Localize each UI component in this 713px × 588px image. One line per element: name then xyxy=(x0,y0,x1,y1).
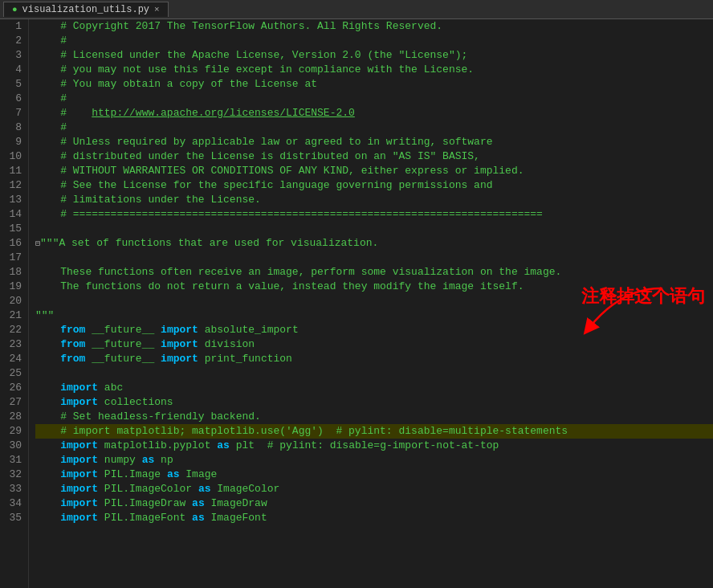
code-line: # Copyright 2017 The TensorFlow Authors.… xyxy=(35,19,713,34)
tab-icon: ● xyxy=(12,5,18,14)
line-number: 9 xyxy=(6,135,22,149)
line-number: 31 xyxy=(6,453,22,468)
line-number: 2 xyxy=(6,34,22,48)
title-bar: ● visualization_utils.py × xyxy=(0,0,713,19)
code-line: # http://www.apache.org/licenses/LICENSE… xyxy=(35,106,713,120)
code-line: # xyxy=(35,92,713,106)
code-line: ⊟"""A set of functions that are used for… xyxy=(35,236,713,251)
code-line: # WITHOUT WARRANTIES OR CONDITIONS OF AN… xyxy=(35,164,713,178)
line-number: 19 xyxy=(6,280,22,294)
line-number: 32 xyxy=(6,468,22,482)
line-number: 1 xyxy=(6,19,22,34)
line-number: 20 xyxy=(6,294,22,308)
code-line: from __future__ import division xyxy=(35,337,713,352)
line-number: 29 xyxy=(6,424,22,439)
line-number: 13 xyxy=(6,193,22,207)
line-number: 3 xyxy=(6,48,22,63)
code-line: # import matplotlib; matplotlib.use('Agg… xyxy=(35,424,713,439)
line-number: 5 xyxy=(6,77,22,92)
code-line: import PIL.Image as Image xyxy=(35,468,713,482)
code-line: import PIL.ImageColor as ImageColor xyxy=(35,482,713,496)
line-number: 33 xyxy=(6,482,22,496)
code-line: import matplotlib.pyplot as plt # pylint… xyxy=(35,439,713,453)
code-line xyxy=(35,222,713,236)
code-line: import abc xyxy=(35,381,713,395)
line-number: 14 xyxy=(6,207,22,222)
code-line: # Set headless-friendly backend. xyxy=(35,410,713,424)
code-line: # you may not use this file except in co… xyxy=(35,63,713,77)
code-line xyxy=(35,251,713,265)
code-line: # xyxy=(35,34,713,48)
line-number: 6 xyxy=(6,92,22,106)
code-line: # Licensed under the Apache License, Ver… xyxy=(35,48,713,63)
code-line: # See the License for the specific langu… xyxy=(35,178,713,193)
code-line: # xyxy=(35,120,713,135)
line-number: 27 xyxy=(6,395,22,410)
code-content[interactable]: # Copyright 2017 The TensorFlow Authors.… xyxy=(29,19,713,588)
line-number: 35 xyxy=(6,511,22,525)
code-line: import collections xyxy=(35,395,713,410)
line-number: 22 xyxy=(6,323,22,337)
code-line: import PIL.ImageFont as ImageFont xyxy=(35,511,713,525)
line-number: 10 xyxy=(6,149,22,164)
code-line: from __future__ import absolute_import xyxy=(35,323,713,337)
line-number: 25 xyxy=(6,366,22,381)
line-number: 4 xyxy=(6,63,22,77)
code-line: # limitations under the License. xyxy=(35,193,713,207)
code-line: # distributed under the License is distr… xyxy=(35,149,713,164)
line-number: 21 xyxy=(6,308,22,323)
line-number: 12 xyxy=(6,178,22,193)
line-number: 15 xyxy=(6,222,22,236)
code-line: from __future__ import print_function xyxy=(35,352,713,366)
editor-area: 1234567891011121314151617181920212223242… xyxy=(0,19,713,588)
code-line: # You may obtain a copy of the License a… xyxy=(35,77,713,92)
code-line: import PIL.ImageDraw as ImageDraw xyxy=(35,496,713,511)
line-number: 8 xyxy=(6,120,22,135)
line-number: 30 xyxy=(6,439,22,453)
line-numbers: 1234567891011121314151617181920212223242… xyxy=(0,19,29,588)
line-number: 34 xyxy=(6,496,22,511)
code-line xyxy=(35,366,713,381)
code-line: # ======================================… xyxy=(35,207,713,222)
close-icon[interactable]: × xyxy=(154,5,160,14)
line-number: 26 xyxy=(6,381,22,395)
tab-filename: visualization_utils.py xyxy=(22,4,149,15)
line-number: 17 xyxy=(6,251,22,265)
code-line: These functions often receive an image, … xyxy=(35,265,713,280)
code-line xyxy=(35,294,713,308)
line-number: 16 xyxy=(6,236,22,251)
code-line: # Unless required by applicable law or a… xyxy=(35,135,713,149)
line-number: 7 xyxy=(6,106,22,120)
line-number: 28 xyxy=(6,410,22,424)
line-number: 18 xyxy=(6,265,22,280)
code-line: """ xyxy=(35,308,713,323)
code-line: The functions do not return a value, ins… xyxy=(35,280,713,294)
line-number: 23 xyxy=(6,337,22,352)
line-number: 11 xyxy=(6,164,22,178)
file-tab[interactable]: ● visualization_utils.py × xyxy=(3,2,169,17)
code-line: import numpy as np xyxy=(35,453,713,468)
line-number: 24 xyxy=(6,352,22,366)
